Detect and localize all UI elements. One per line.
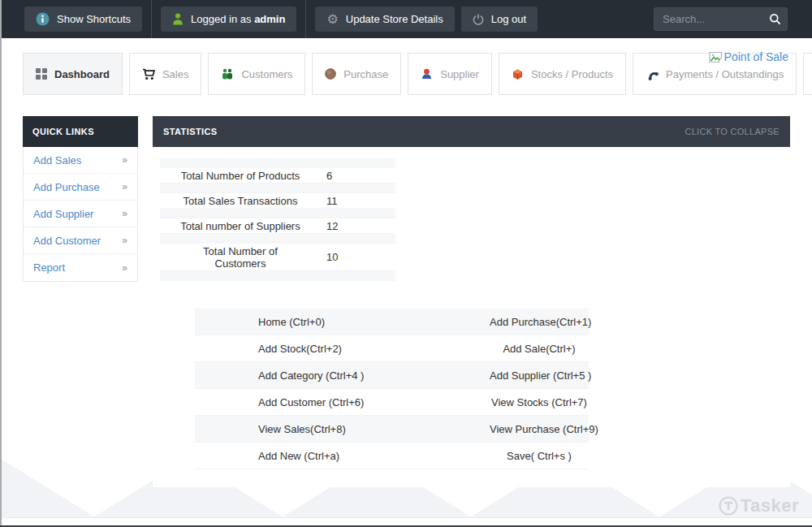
info-icon — [36, 12, 50, 26]
chevron-right-icon: » — [122, 235, 127, 246]
tasker-watermark-label: Tasker — [741, 495, 799, 516]
table-stripe-row — [160, 234, 395, 244]
shortcut-cell: Add Supplier (Ctrl+5 ) — [490, 369, 589, 382]
sidebar-item-report[interactable]: Report » — [24, 254, 137, 281]
stat-label: Total Sales Transactions — [160, 195, 321, 207]
show-shortcuts-label: Show Shortcuts — [57, 13, 131, 25]
table-stripe-row — [160, 209, 395, 218]
chevron-right-icon: » — [122, 154, 127, 166]
shortcut-cell: Add Purchase(Ctrl+1) — [490, 316, 589, 328]
shortcut-cell: Add New (Ctrl+a) — [258, 450, 490, 462]
purchase-icon — [325, 68, 336, 80]
tab-sales[interactable]: Sales — [129, 53, 202, 95]
statistics-panel-header[interactable]: STATISTICS CLICK TO COLLAPSE — [153, 116, 790, 147]
tab-stocks-products[interactable]: Stocks / Products — [499, 53, 626, 95]
quick-links-header: QUICK LINKS — [23, 116, 138, 147]
point-of-sale-brand-link[interactable]: Point of Sale — [709, 50, 788, 63]
quick-links-list: Add Sales » Add Purchase » Add Supplier … — [23, 147, 138, 282]
tab-label: Payments / Outstandings — [666, 68, 784, 80]
cart-icon — [142, 68, 155, 80]
stat-value: 6 — [321, 170, 395, 182]
top-navbar: Show Shortcuts Logged in as admin ⚙ Upda… — [0, 0, 812, 38]
shortcut-cell: Add Stock(Ctrl+2) — [258, 343, 490, 355]
point-of-sale-brand-label: Point of Sale — [724, 50, 788, 63]
shortcut-cell: View Purchase (Ctrl+9) — [490, 423, 589, 435]
power-icon — [473, 14, 484, 25]
search-icon[interactable] — [769, 13, 781, 25]
main-tabbar: Dashboard Sales Customers Purchase Suppl… — [23, 53, 812, 95]
statistics-panel-body: Total Number of Products 6 Total Sales T… — [153, 147, 790, 487]
shortcut-cell: Add Category (Ctrl+4 ) — [258, 369, 490, 382]
tab-purchase[interactable]: Purchase — [312, 53, 401, 95]
sidebar-item-add-supplier[interactable]: Add Supplier » — [24, 201, 137, 227]
tab-reports[interactable]: Reports — [803, 53, 812, 95]
logged-in-button[interactable]: Logged in as admin — [161, 6, 296, 32]
shortcut-cell: View Stocks (Ctrl+7) — [490, 396, 589, 408]
sidebar-item-label: Report — [33, 261, 65, 274]
stat-row-sales-transactions: Total Sales Transactions 11 — [160, 193, 395, 209]
tab-dashboard[interactable]: Dashboard — [23, 53, 123, 95]
logged-in-label: Logged in as admin — [191, 13, 285, 25]
stat-value: 12 — [321, 220, 395, 232]
broken-image-icon — [709, 51, 723, 63]
dashboard-grid-icon — [36, 68, 47, 80]
user-icon — [172, 13, 184, 25]
tab-label: Supplier — [440, 68, 479, 80]
chevron-right-icon: » — [122, 181, 127, 192]
navbar-divider — [151, 0, 152, 38]
navbar-divider — [305, 0, 306, 38]
click-to-collapse-label: CLICK TO COLLAPSE — [685, 127, 780, 136]
shortcut-cell: View Sales(Ctrl+8) — [258, 423, 490, 435]
update-store-details-label: Update Store Details — [346, 13, 443, 25]
keyboard-shortcuts-table: Home (Ctrl+0) Add Purchase(Ctrl+1) Add S… — [195, 309, 589, 469]
window-left-edge — [0, 0, 2, 527]
shortcut-row: Add Category (Ctrl+4 ) Add Supplier (Ctr… — [195, 362, 589, 389]
table-stripe-row — [160, 158, 395, 168]
show-shortcuts-button[interactable]: Show Shortcuts — [24, 6, 142, 32]
logged-in-username: admin — [254, 13, 285, 25]
sidebar-item-label: Add Customer — [33, 235, 101, 247]
stat-row-customers: Total Number of Customers 10 — [160, 244, 395, 271]
stat-value: 10 — [321, 251, 395, 263]
stat-value: 11 — [321, 195, 395, 207]
statistics-title: STATISTICS — [163, 127, 218, 136]
tab-label: Purchase — [343, 68, 388, 80]
shortcut-row: View Sales(Ctrl+8) View Purchase (Ctrl+9… — [195, 416, 589, 443]
stat-label: Total Number of Products — [160, 170, 321, 182]
table-stripe-row — [160, 184, 395, 193]
search-box — [654, 7, 788, 31]
sidebar-item-add-customer[interactable]: Add Customer » — [24, 227, 137, 254]
tab-label: Customers — [241, 68, 292, 80]
tab-label: Sales — [162, 68, 189, 80]
shortcut-cell: Home (Ctrl+0) — [258, 316, 490, 328]
shortcut-row: Add Customer (Ctrl+6) View Stocks (Ctrl+… — [195, 389, 589, 416]
update-store-details-button[interactable]: ⚙ Update Store Details — [315, 6, 454, 32]
chevron-right-icon: » — [122, 208, 127, 219]
stocks-icon — [512, 68, 524, 80]
tasker-logo-icon — [719, 496, 738, 516]
tasker-watermark: Tasker — [719, 495, 799, 516]
search-input[interactable] — [654, 7, 788, 31]
sidebar-item-label: Add Purchase — [33, 181, 100, 193]
shortcut-cell: Save( Ctrl+s ) — [490, 450, 589, 462]
sidebar-item-label: Add Sales — [33, 154, 81, 166]
stat-row-products: Total Number of Products 6 — [160, 168, 395, 184]
logout-label: Log out — [491, 13, 526, 25]
logout-button[interactable]: Log out — [461, 6, 538, 32]
payments-icon — [646, 68, 659, 80]
tab-supplier[interactable]: Supplier — [408, 53, 492, 95]
stat-label: Total Number of Customers — [160, 245, 321, 270]
shortcut-cell: Add Customer (Ctrl+6) — [258, 396, 490, 408]
sidebar-item-add-purchase[interactable]: Add Purchase » — [24, 174, 137, 201]
chevron-right-icon: » — [122, 262, 127, 274]
statistics-table: Total Number of Products 6 Total Sales T… — [160, 158, 395, 281]
tab-label: Dashboard — [54, 68, 110, 80]
tab-customers[interactable]: Customers — [208, 53, 305, 95]
sidebar-item-label: Add Supplier — [33, 208, 93, 220]
sidebar-item-add-sales[interactable]: Add Sales » — [24, 147, 137, 174]
shortcut-row: Add Stock(Ctrl+2) Add Sale(Ctrl+) — [195, 335, 589, 362]
shortcut-row: Home (Ctrl+0) Add Purchase(Ctrl+1) — [195, 309, 589, 335]
gear-icon: ⚙ — [326, 13, 338, 26]
stat-row-suppliers: Total number of Suppliers 12 — [160, 218, 395, 234]
stat-label: Total number of Suppliers — [160, 220, 321, 232]
